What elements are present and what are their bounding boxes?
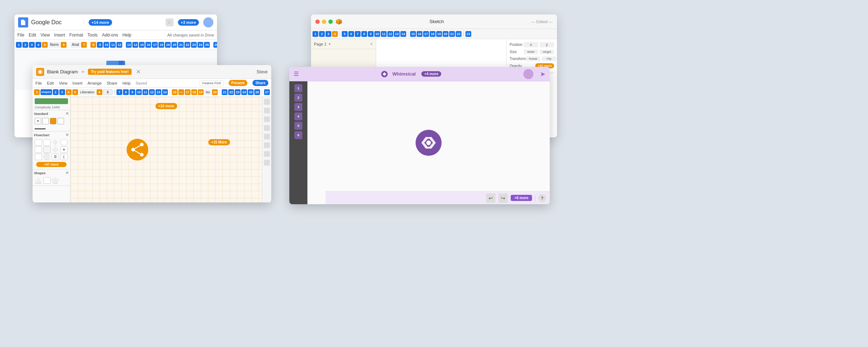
tb-num-25[interactable]: 25 <box>204 42 210 48</box>
dtb-num-24[interactable]: 24 <box>241 89 247 95</box>
flow-shape-10[interactable] <box>43 154 51 160</box>
dtb-fontsize[interactable]: 8 <box>103 89 112 95</box>
panel-icon-1[interactable] <box>264 99 270 105</box>
sketch-size-h[interactable]: Height <box>540 50 554 54</box>
drawio-share-button[interactable]: Share <box>252 80 268 86</box>
stb-num-16[interactable]: 16 <box>417 31 422 37</box>
tb-num-9[interactable]: 9 <box>97 42 103 48</box>
dtb-num-2[interactable]: 2 <box>53 89 59 95</box>
sketch-pos-x[interactable]: x <box>524 42 538 47</box>
dtb-num-3[interactable]: 3 <box>59 89 65 95</box>
tl-maximize[interactable] <box>328 20 333 24</box>
dtb-num-25[interactable]: 25 <box>248 89 254 95</box>
stb-num-8[interactable]: 8 <box>361 31 367 37</box>
stb-num-14[interactable]: 14 <box>400 31 406 37</box>
dtb-num-23[interactable]: 23 <box>235 89 241 95</box>
drawio-badge-15more[interactable]: +15 More <box>208 139 230 145</box>
stb-num-21[interactable]: 21 <box>449 31 455 37</box>
sketch-size-w[interactable]: Width <box>524 50 538 54</box>
gdoc-menu-view[interactable]: View <box>41 33 50 38</box>
dtb-num-14[interactable]: 14 <box>162 89 168 95</box>
dtb-num-16-dash[interactable]: — <box>178 89 184 95</box>
whimsical-more-btn[interactable]: +6 more <box>511 195 532 201</box>
stb-num-22[interactable]: 22 <box>456 31 461 37</box>
w-sidebar-num-6[interactable]: 6 <box>294 131 302 139</box>
tb-font-arial[interactable]: Arial <box>70 42 80 48</box>
stb-num-2[interactable]: 2 <box>319 31 325 37</box>
dtb-num-1[interactable]: 1 <box>34 89 40 95</box>
whimsical-badge-4more[interactable]: +4 more <box>421 71 441 77</box>
tb-num-15[interactable]: 15 <box>139 42 145 48</box>
panel-icon-3[interactable] <box>264 116 270 122</box>
dtb-num-12[interactable]: 12 <box>149 89 155 95</box>
gdoc-menu-help[interactable]: Help <box>123 33 132 38</box>
drawio-menu-share[interactable]: Share <box>107 81 117 85</box>
stb-num-1[interactable]: 1 <box>312 31 318 37</box>
drawio-feature-find[interactable]: Feature Find <box>200 80 223 86</box>
tb-num-14[interactable]: 14 <box>132 42 138 48</box>
stb-num-4[interactable]: 4 <box>332 31 338 37</box>
stb-num-7[interactable]: 7 <box>355 31 361 37</box>
dtb-num-15[interactable]: 15 <box>172 89 178 95</box>
gdoc-menu-format[interactable]: Format <box>69 33 83 38</box>
panel-icon-5[interactable] <box>264 134 270 140</box>
w-sidebar-num-4[interactable]: 4 <box>294 112 302 120</box>
tb-num-1[interactable]: 1 <box>16 42 22 48</box>
shape-item-3[interactable] <box>52 177 59 184</box>
drawio-menu-arrange[interactable]: Arrange <box>88 81 102 85</box>
tb-num-22[interactable]: 22 <box>184 42 190 48</box>
flow-shape-1[interactable] <box>35 139 42 146</box>
dtb-num-10[interactable]: 10 <box>136 89 142 95</box>
shape-filled-rect[interactable] <box>50 118 56 124</box>
drawio-trial-close[interactable]: ✕ <box>136 68 141 75</box>
shape-item-2[interactable] <box>43 177 51 184</box>
dtb-num-19[interactable]: 19 <box>198 89 204 95</box>
drawio-badge-47more[interactable]: +47 more <box>36 162 67 167</box>
sketch-pos-y[interactable]: y <box>540 42 554 47</box>
stb-num-11[interactable]: 11 <box>381 31 387 37</box>
dtb-num-18[interactable]: 18 <box>191 89 197 95</box>
stb-num-18[interactable]: 18 <box>430 31 435 37</box>
stb-num-9[interactable]: 9 <box>368 31 374 37</box>
tl-close[interactable] <box>315 20 320 24</box>
flow-shape-9[interactable] <box>35 154 42 160</box>
whimsical-menu-icon[interactable]: ☰ <box>294 70 299 77</box>
gdoc-menu-edit[interactable]: Edit <box>29 33 36 38</box>
dtb-num-13[interactable]: 13 <box>156 89 161 95</box>
dtb-no[interactable]: No <box>204 89 212 95</box>
drawio-badge-16more[interactable]: +16 more <box>155 102 177 109</box>
stb-num-3[interactable]: 3 <box>326 31 331 37</box>
shape-rect[interactable] <box>42 118 49 124</box>
dtb-num-11[interactable]: 11 <box>142 89 148 95</box>
tb-num-4[interactable]: 4 <box>35 42 41 48</box>
panel-icon-2[interactable] <box>264 108 270 113</box>
drawio-menu-insert[interactable]: Insert <box>72 81 82 85</box>
tl-minimize[interactable] <box>322 20 326 24</box>
dtb-num-17[interactable]: 17 <box>185 89 191 95</box>
tb-num-12[interactable]: 12 <box>116 42 122 48</box>
tb-num-23[interactable]: 23 <box>191 42 197 48</box>
panel-icon-4[interactable] <box>264 125 270 131</box>
tb-num-26[interactable]: 26 <box>213 42 217 48</box>
sketch-rotate[interactable]: Rotate <box>526 56 540 61</box>
tb-num-3[interactable]: 3 <box>29 42 35 48</box>
gdoc-menu-insert[interactable]: Insert <box>54 33 65 38</box>
tb-num-8[interactable]: 8 <box>90 42 96 48</box>
tb-num-18[interactable]: 18 <box>158 42 164 48</box>
gdoc-minimize-btn[interactable]: □ <box>166 18 174 26</box>
gdoc-menu-addons[interactable]: Add-ons <box>102 33 118 38</box>
tb-num-21[interactable]: 21 <box>178 42 184 48</box>
shape-text[interactable]: T <box>35 118 41 124</box>
tb-num-5-active[interactable]: 5 <box>42 42 48 48</box>
whimsical-send-icon[interactable]: ➤ <box>540 70 545 78</box>
sidebar-standard-close[interactable]: ✕ <box>65 111 69 116</box>
whimsical-redo-btn[interactable]: ↪ <box>498 193 508 203</box>
dtb-num-4[interactable]: 4 <box>66 89 72 95</box>
gdoc-menu-tools[interactable]: Tools <box>88 33 98 38</box>
dtb-num-27[interactable]: 27 <box>264 89 270 95</box>
panel-icon-6[interactable] <box>264 142 270 148</box>
drawio-menu-edit[interactable]: Edit <box>47 81 54 85</box>
tb-num-13[interactable]: 13 <box>126 42 132 48</box>
tb-num-20[interactable]: 20 <box>171 42 177 48</box>
whimsical-canvas[interactable]: ↩ ↪ +6 more ? <box>307 81 550 204</box>
